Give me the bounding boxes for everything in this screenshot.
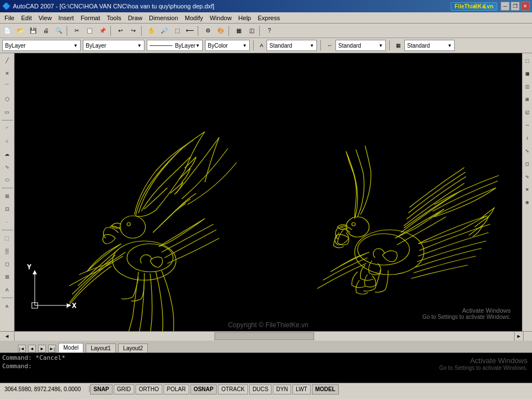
otrack-toggle[interactable]: OTRACK [218, 384, 248, 395]
draw-polyline[interactable]: ⌒ [1, 80, 13, 92]
menu-help[interactable]: Help [235, 13, 255, 22]
dimstyle-selector[interactable]: Standard ▼ [335, 40, 386, 51]
close-button[interactable]: ✕ [521, 2, 530, 11]
copy-button[interactable]: 📋 [83, 25, 96, 37]
pan-button[interactable]: ✋ [145, 25, 157, 37]
tab-first-btn[interactable]: |◄ [18, 345, 26, 352]
textstyle-selector[interactable]: Standard ▼ [267, 40, 317, 51]
draw-hatch[interactable]: ⬚ [1, 232, 13, 244]
draw-region[interactable]: ◻ [1, 258, 13, 270]
preview-button[interactable]: 🔍 [53, 25, 65, 37]
menu-format[interactable]: Format [77, 13, 104, 22]
svg-text:Y: Y [27, 264, 31, 270]
draw-polygon[interactable]: ⬡ [1, 93, 13, 105]
menu-draw[interactable]: Draw [124, 13, 146, 22]
open-button[interactable]: 📂 [14, 25, 26, 37]
resize-handle[interactable] [523, 332, 532, 341]
draw-makeblock[interactable]: ⊡ [1, 203, 13, 215]
rt-btn-12[interactable]: ⊕ [524, 196, 531, 208]
ortho-toggle[interactable]: ORTHO [136, 384, 162, 395]
3dviewer-button[interactable]: ◫ [245, 25, 258, 37]
menu-file[interactable]: File [1, 13, 18, 22]
menu-edit[interactable]: Edit [18, 13, 35, 22]
tab-prev-btn[interactable]: ◄ [28, 345, 36, 352]
draw-insert[interactable]: ⊞ [1, 190, 13, 202]
horizontal-scrollbar[interactable]: ◄ ► [0, 331, 532, 340]
draw-ellipse[interactable]: ⬭ [1, 174, 13, 186]
model-toggle[interactable]: MODEL [312, 384, 339, 395]
color-selector[interactable]: ByLayer ▼ [83, 40, 144, 51]
tablestyle-selector[interactable]: Standard ▼ [404, 40, 455, 51]
help-button[interactable]: ? [263, 25, 276, 37]
rt-btn-1[interactable]: ⬚ [524, 54, 531, 67]
plotstyle-selector[interactable]: ByColor ▼ [205, 40, 250, 51]
polar-toggle[interactable]: POLAR [164, 384, 189, 395]
grid-button2[interactable]: ▦ [232, 25, 245, 37]
scrollbar-track[interactable] [15, 332, 514, 341]
menu-express[interactable]: Express [254, 13, 283, 22]
draw-table[interactable]: ⊞ [1, 271, 13, 283]
rt-btn-6[interactable]: ↔ [524, 119, 531, 131]
undo-button[interactable]: ↩ [114, 25, 127, 37]
scroll-right-btn[interactable]: ► [514, 332, 523, 341]
rt-btn-8[interactable]: ⤡ [524, 145, 531, 157]
canvas-area[interactable]: Y X Copyright © FileThietKe.vn Activate … [15, 53, 522, 331]
rt-btn-4[interactable]: ⊞ [524, 93, 531, 105]
lwt-toggle[interactable]: LWT [292, 384, 310, 395]
ducs-toggle[interactable]: DUCS [249, 384, 272, 395]
linetype-selector[interactable]: ByLayer ▼ [147, 40, 203, 51]
redo-button[interactable]: ↪ [127, 25, 139, 37]
rt-btn-9[interactable]: ◻ [524, 157, 531, 170]
restore-button[interactable]: ❐ [511, 2, 520, 11]
menu-insert[interactable]: Insert [55, 13, 77, 22]
plot-button[interactable]: 🖨 [40, 25, 52, 37]
menu-window[interactable]: Window [206, 13, 235, 22]
minimize-button[interactable]: ─ [501, 2, 510, 11]
layer-selector[interactable]: ByLayer ▼ [2, 40, 81, 51]
menu-dimension[interactable]: Dimension [146, 13, 181, 22]
scroll-left-btn[interactable]: ◄ [0, 332, 15, 341]
draw-line[interactable]: ╱ [1, 54, 13, 67]
rt-btn-7[interactable]: ↕ [524, 132, 531, 144]
save-button[interactable]: 💾 [27, 25, 39, 37]
tab-layout1[interactable]: Layout1 [86, 344, 116, 352]
grid-toggle[interactable]: GRID [114, 384, 134, 395]
zoom-window-button[interactable]: ⬚ [171, 25, 183, 37]
matchprop-button[interactable]: 🎨 [214, 25, 227, 37]
rt-btn-10[interactable]: ∿ [524, 170, 531, 183]
menu-tools[interactable]: Tools [104, 13, 125, 22]
properties-button[interactable]: ⚙ [202, 25, 214, 37]
draw-circle[interactable]: ○ [1, 135, 13, 147]
tab-model[interactable]: Model [58, 343, 83, 352]
draw-revcloud[interactable]: ☁ [1, 148, 13, 160]
draw-arc[interactable]: ◜ [1, 122, 13, 134]
rt-btn-3[interactable]: ◫ [524, 80, 531, 92]
draw-xline[interactable]: ✕ [1, 67, 13, 80]
draw-gradient[interactable]: ▒ [1, 245, 13, 257]
osnap-toggle[interactable]: OSNAP [190, 384, 217, 395]
draw-point[interactable]: · [1, 216, 13, 228]
rt-btn-11[interactable]: ✕ [524, 183, 531, 196]
dyn-toggle[interactable]: DYN [273, 384, 291, 395]
svg-point-6 [346, 217, 369, 237]
menu-modify[interactable]: Modify [181, 13, 206, 22]
tab-next-btn[interactable]: ► [38, 345, 46, 352]
rt-btn-5[interactable]: ◱ [524, 106, 531, 118]
paste-button[interactable]: 📌 [96, 25, 109, 37]
zoom-realtime-button[interactable]: 🔎 [158, 25, 170, 37]
menu-view[interactable]: View [35, 13, 55, 22]
rt-btn-2[interactable]: ▦ [524, 67, 531, 80]
cut-button[interactable]: ✂ [71, 25, 83, 37]
new-button[interactable]: 📄 [1, 25, 13, 37]
tab-layout2[interactable]: Layout2 [118, 344, 148, 352]
layer-arrow: ▼ [73, 43, 78, 48]
scrollbar-thumb[interactable] [214, 332, 314, 340]
draw-spline[interactable]: ∿ [1, 161, 13, 173]
draw-mtext[interactable]: A [1, 284, 13, 296]
snap-toggle[interactable]: SNAP [90, 384, 113, 395]
svg-point-4 [354, 230, 424, 275]
draw-text[interactable]: A [1, 300, 13, 312]
draw-rect[interactable]: ▭ [1, 106, 13, 118]
tab-last-btn[interactable]: ►| [48, 345, 56, 352]
zoom-prev-button[interactable]: ⟵ [184, 25, 196, 37]
